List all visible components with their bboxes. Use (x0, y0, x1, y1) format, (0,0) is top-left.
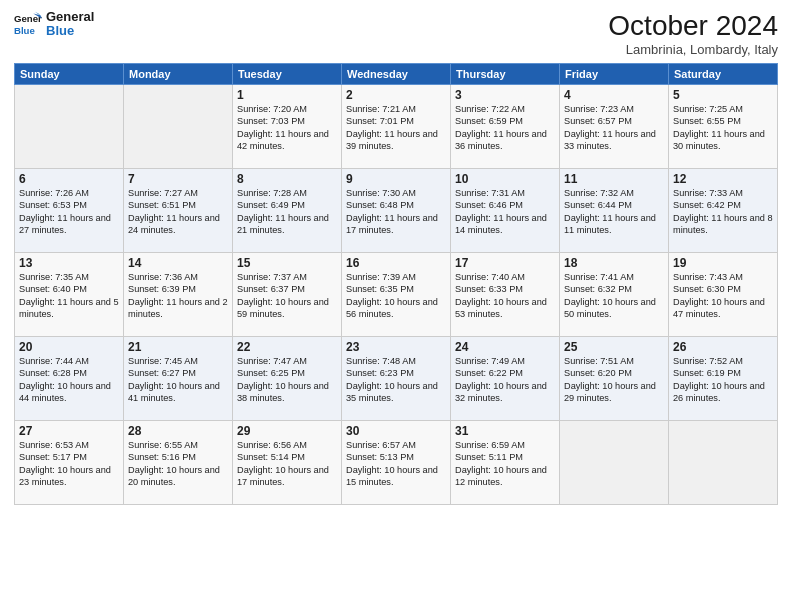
day-header-monday: Monday (124, 64, 233, 85)
day-number: 4 (564, 88, 664, 102)
cell-text: Sunrise: 7:44 AM Sunset: 6:28 PM Dayligh… (19, 355, 119, 405)
day-number: 24 (455, 340, 555, 354)
cell-text: Sunrise: 7:26 AM Sunset: 6:53 PM Dayligh… (19, 187, 119, 237)
svg-text:Blue: Blue (14, 25, 35, 36)
calendar-cell: 24Sunrise: 7:49 AM Sunset: 6:22 PM Dayli… (451, 337, 560, 421)
cell-text: Sunrise: 7:36 AM Sunset: 6:39 PM Dayligh… (128, 271, 228, 321)
cell-text: Sunrise: 7:41 AM Sunset: 6:32 PM Dayligh… (564, 271, 664, 321)
day-number: 10 (455, 172, 555, 186)
calendar-cell: 21Sunrise: 7:45 AM Sunset: 6:27 PM Dayli… (124, 337, 233, 421)
week-row: 1Sunrise: 7:20 AM Sunset: 7:03 PM Daylig… (15, 85, 778, 169)
cell-text: Sunrise: 7:43 AM Sunset: 6:30 PM Dayligh… (673, 271, 773, 321)
calendar-cell: 2Sunrise: 7:21 AM Sunset: 7:01 PM Daylig… (342, 85, 451, 169)
calendar-cell: 4Sunrise: 7:23 AM Sunset: 6:57 PM Daylig… (560, 85, 669, 169)
day-number: 25 (564, 340, 664, 354)
day-number: 8 (237, 172, 337, 186)
day-header-friday: Friday (560, 64, 669, 85)
day-number: 23 (346, 340, 446, 354)
cell-text: Sunrise: 7:45 AM Sunset: 6:27 PM Dayligh… (128, 355, 228, 405)
day-header-sunday: Sunday (15, 64, 124, 85)
day-number: 14 (128, 256, 228, 270)
cell-text: Sunrise: 7:21 AM Sunset: 7:01 PM Dayligh… (346, 103, 446, 153)
day-header-tuesday: Tuesday (233, 64, 342, 85)
week-row: 20Sunrise: 7:44 AM Sunset: 6:28 PM Dayli… (15, 337, 778, 421)
cell-text: Sunrise: 7:35 AM Sunset: 6:40 PM Dayligh… (19, 271, 119, 321)
cell-text: Sunrise: 6:53 AM Sunset: 5:17 PM Dayligh… (19, 439, 119, 489)
cell-text: Sunrise: 7:25 AM Sunset: 6:55 PM Dayligh… (673, 103, 773, 153)
day-number: 20 (19, 340, 119, 354)
cell-text: Sunrise: 6:55 AM Sunset: 5:16 PM Dayligh… (128, 439, 228, 489)
calendar-cell: 27Sunrise: 6:53 AM Sunset: 5:17 PM Dayli… (15, 421, 124, 505)
calendar-cell (124, 85, 233, 169)
cell-text: Sunrise: 6:57 AM Sunset: 5:13 PM Dayligh… (346, 439, 446, 489)
calendar-cell: 18Sunrise: 7:41 AM Sunset: 6:32 PM Dayli… (560, 253, 669, 337)
cell-text: Sunrise: 7:33 AM Sunset: 6:42 PM Dayligh… (673, 187, 773, 237)
cell-text: Sunrise: 7:51 AM Sunset: 6:20 PM Dayligh… (564, 355, 664, 405)
calendar-cell: 28Sunrise: 6:55 AM Sunset: 5:16 PM Dayli… (124, 421, 233, 505)
calendar-cell: 8Sunrise: 7:28 AM Sunset: 6:49 PM Daylig… (233, 169, 342, 253)
day-number: 2 (346, 88, 446, 102)
day-number: 15 (237, 256, 337, 270)
calendar-cell: 31Sunrise: 6:59 AM Sunset: 5:11 PM Dayli… (451, 421, 560, 505)
calendar-cell: 6Sunrise: 7:26 AM Sunset: 6:53 PM Daylig… (15, 169, 124, 253)
calendar-cell: 14Sunrise: 7:36 AM Sunset: 6:39 PM Dayli… (124, 253, 233, 337)
subtitle: Lambrinia, Lombardy, Italy (608, 42, 778, 57)
day-header-thursday: Thursday (451, 64, 560, 85)
calendar-cell: 29Sunrise: 6:56 AM Sunset: 5:14 PM Dayli… (233, 421, 342, 505)
day-number: 21 (128, 340, 228, 354)
calendar-cell (560, 421, 669, 505)
calendar-cell: 11Sunrise: 7:32 AM Sunset: 6:44 PM Dayli… (560, 169, 669, 253)
logo: General Blue General Blue (14, 10, 94, 39)
calendar-cell: 20Sunrise: 7:44 AM Sunset: 6:28 PM Dayli… (15, 337, 124, 421)
day-number: 26 (673, 340, 773, 354)
cell-text: Sunrise: 7:20 AM Sunset: 7:03 PM Dayligh… (237, 103, 337, 153)
calendar-cell: 10Sunrise: 7:31 AM Sunset: 6:46 PM Dayli… (451, 169, 560, 253)
cell-text: Sunrise: 6:59 AM Sunset: 5:11 PM Dayligh… (455, 439, 555, 489)
day-number: 30 (346, 424, 446, 438)
day-number: 19 (673, 256, 773, 270)
day-header-saturday: Saturday (669, 64, 778, 85)
calendar: SundayMondayTuesdayWednesdayThursdayFrid… (14, 63, 778, 505)
cell-text: Sunrise: 7:37 AM Sunset: 6:37 PM Dayligh… (237, 271, 337, 321)
day-number: 9 (346, 172, 446, 186)
day-number: 11 (564, 172, 664, 186)
calendar-cell (669, 421, 778, 505)
day-number: 13 (19, 256, 119, 270)
day-number: 16 (346, 256, 446, 270)
cell-text: Sunrise: 7:49 AM Sunset: 6:22 PM Dayligh… (455, 355, 555, 405)
day-number: 3 (455, 88, 555, 102)
calendar-cell: 9Sunrise: 7:30 AM Sunset: 6:48 PM Daylig… (342, 169, 451, 253)
calendar-cell: 25Sunrise: 7:51 AM Sunset: 6:20 PM Dayli… (560, 337, 669, 421)
cell-text: Sunrise: 7:23 AM Sunset: 6:57 PM Dayligh… (564, 103, 664, 153)
cell-text: Sunrise: 7:40 AM Sunset: 6:33 PM Dayligh… (455, 271, 555, 321)
day-number: 6 (19, 172, 119, 186)
day-number: 1 (237, 88, 337, 102)
day-number: 17 (455, 256, 555, 270)
calendar-cell: 22Sunrise: 7:47 AM Sunset: 6:25 PM Dayli… (233, 337, 342, 421)
cell-text: Sunrise: 7:27 AM Sunset: 6:51 PM Dayligh… (128, 187, 228, 237)
cell-text: Sunrise: 6:56 AM Sunset: 5:14 PM Dayligh… (237, 439, 337, 489)
calendar-cell: 5Sunrise: 7:25 AM Sunset: 6:55 PM Daylig… (669, 85, 778, 169)
day-number: 27 (19, 424, 119, 438)
day-number: 7 (128, 172, 228, 186)
day-number: 5 (673, 88, 773, 102)
calendar-cell: 3Sunrise: 7:22 AM Sunset: 6:59 PM Daylig… (451, 85, 560, 169)
week-row: 27Sunrise: 6:53 AM Sunset: 5:17 PM Dayli… (15, 421, 778, 505)
calendar-cell: 17Sunrise: 7:40 AM Sunset: 6:33 PM Dayli… (451, 253, 560, 337)
cell-text: Sunrise: 7:52 AM Sunset: 6:19 PM Dayligh… (673, 355, 773, 405)
calendar-cell: 26Sunrise: 7:52 AM Sunset: 6:19 PM Dayli… (669, 337, 778, 421)
week-row: 13Sunrise: 7:35 AM Sunset: 6:40 PM Dayli… (15, 253, 778, 337)
logo-line2: Blue (46, 24, 94, 38)
logo-icon: General Blue (14, 10, 42, 38)
cell-text: Sunrise: 7:32 AM Sunset: 6:44 PM Dayligh… (564, 187, 664, 237)
day-header-wednesday: Wednesday (342, 64, 451, 85)
day-number: 29 (237, 424, 337, 438)
calendar-cell: 19Sunrise: 7:43 AM Sunset: 6:30 PM Dayli… (669, 253, 778, 337)
cell-text: Sunrise: 7:47 AM Sunset: 6:25 PM Dayligh… (237, 355, 337, 405)
calendar-cell (15, 85, 124, 169)
day-number: 12 (673, 172, 773, 186)
cell-text: Sunrise: 7:30 AM Sunset: 6:48 PM Dayligh… (346, 187, 446, 237)
cell-text: Sunrise: 7:39 AM Sunset: 6:35 PM Dayligh… (346, 271, 446, 321)
calendar-cell: 1Sunrise: 7:20 AM Sunset: 7:03 PM Daylig… (233, 85, 342, 169)
cell-text: Sunrise: 7:31 AM Sunset: 6:46 PM Dayligh… (455, 187, 555, 237)
